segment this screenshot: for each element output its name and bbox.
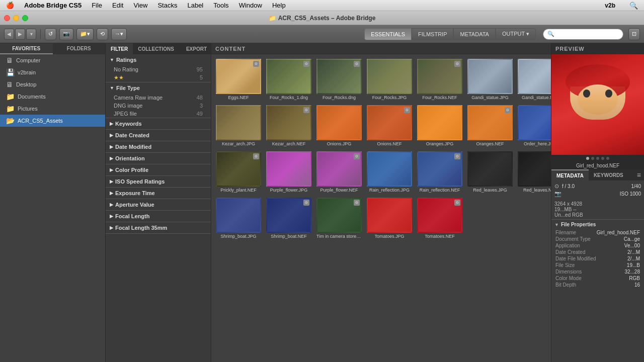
filter-dng[interactable]: DNG image 3: [106, 102, 211, 110]
thumbnail-item-14[interactable]: ⊙Oranges.NEF: [466, 104, 514, 148]
tab-favorites[interactable]: FAVORITES: [0, 43, 53, 54]
filter-datemodified-header[interactable]: ▶ Date Modified: [106, 141, 211, 152]
menu-window[interactable]: Window: [237, 2, 264, 9]
thumbnail-item-3[interactable]: Four_Rocks.JPG: [365, 57, 414, 102]
maximize-content-button[interactable]: ⊡: [628, 28, 640, 40]
tab-filter[interactable]: FILTER: [106, 43, 133, 54]
forward-button[interactable]: ▶: [15, 29, 25, 40]
preview-dot-2[interactable]: [591, 157, 594, 160]
minimize-button[interactable]: [13, 15, 19, 21]
menu-tools[interactable]: Tools: [211, 2, 230, 9]
thumbnail-item-11[interactable]: Onions.JPG: [315, 104, 363, 148]
tab-output[interactable]: OUTPUT ▾: [496, 28, 536, 40]
up-button[interactable]: ▾: [26, 29, 36, 40]
preview-dot-5[interactable]: [606, 157, 609, 160]
menu-stacks[interactable]: Stacks: [155, 2, 179, 9]
filter-keywords-header[interactable]: ▶ Keywords: [106, 118, 211, 129]
tab-essentials[interactable]: ESSENTIALS: [364, 28, 412, 40]
tab-filmstrip[interactable]: FILMSTRIP: [412, 28, 453, 40]
thumbnail-item-23[interactable]: Red_leaves.JPG: [466, 150, 514, 194]
thumbnail-item-0[interactable]: ⊙Eggs.NEF: [214, 57, 263, 102]
tab-collections[interactable]: COLLECTIONS: [133, 43, 179, 54]
preview-dot-3[interactable]: [596, 157, 599, 160]
thumbnail-item-21[interactable]: Rain_reflection.JPG: [365, 150, 414, 194]
filter-focal35-header[interactable]: ▶ Focal Length 35mm: [106, 222, 211, 233]
menu-label[interactable]: Label: [185, 2, 205, 9]
nav-desktop[interactable]: 🖥 Desktop: [0, 78, 105, 90]
thumbnail-item-18[interactable]: ⊙Prickly_plant.NEF: [214, 150, 263, 194]
thumbnail-item-4[interactable]: ⊙Four_Rocks.NEF: [416, 57, 464, 102]
filter-camera-raw[interactable]: Camera Raw image 48: [106, 94, 211, 102]
back-button[interactable]: ◀: [4, 29, 14, 40]
tab-metadata[interactable]: METADATA: [453, 28, 495, 40]
search-icon[interactable]: 🔍: [627, 2, 640, 10]
close-button[interactable]: [4, 15, 10, 21]
thumbnail-item-1[interactable]: ⊙Four_Rocks_1.dng: [265, 57, 313, 102]
filter-filetype-header[interactable]: ▼ File Type: [106, 82, 211, 94]
filter-jpeg[interactable]: JPEG file 49: [106, 110, 211, 118]
camera-button[interactable]: 📷: [59, 28, 73, 40]
nav-computer[interactable]: 🖥 Computer: [0, 54, 105, 66]
filter-aperture-header[interactable]: ▶ Aperture Value: [106, 199, 211, 210]
thumbnail-item-31[interactable]: ⊙Tomatoes.NEF: [416, 196, 464, 240]
filter-colorprofile-header[interactable]: ▶ Color Profile: [106, 164, 211, 175]
chevron-right-icon: ▶: [110, 133, 113, 138]
filter-ratings-header[interactable]: ▼ Ratings: [106, 54, 211, 65]
tab-folders[interactable]: FOLDERS: [53, 43, 106, 54]
menu-view[interactable]: View: [131, 2, 149, 9]
filter-two-star[interactable]: ★★ 5: [106, 73, 211, 82]
filter-no-rating[interactable]: No Rating 95: [106, 65, 211, 73]
thumbnail-item-28[interactable]: ⊙Shrimp_boat.NEF: [265, 196, 313, 240]
thumbnail-item-20[interactable]: ⊙Purple_flower.NEF: [315, 150, 363, 194]
filter-exposure-header[interactable]: ▶ Exposure Time: [106, 188, 211, 199]
nav-documents[interactable]: 📁 Documents: [0, 90, 105, 103]
thumbnail-item-13[interactable]: Oranges.JPG: [416, 104, 464, 148]
filter-focal-header[interactable]: ▶ Focal Length: [106, 211, 211, 222]
thumbnail-item-10[interactable]: ⊙Kezar_arch.NEF: [265, 104, 313, 148]
filter-orientation-header[interactable]: ▶ Orientation: [106, 153, 211, 164]
rotate-button[interactable]: ⟲: [97, 28, 108, 40]
thumbnail-item-2[interactable]: ⊙Four_Rocks.dng: [315, 57, 363, 102]
tab-keywords-panel[interactable]: KEYWORDS: [589, 169, 628, 180]
preview-dot-4[interactable]: [601, 157, 604, 160]
thumbnail-item-5[interactable]: Gandi_statue.JPG: [466, 57, 514, 102]
favorites-list: 🖥 Computer 💾 v2brain 🖥 Desktop 📁 Documen…: [0, 54, 105, 362]
thumbnail-item-12[interactable]: ⊙Onions.NEF: [365, 104, 414, 148]
thumbnail-label-14: Oranges.NEF: [476, 141, 504, 146]
nav-pictures[interactable]: 📁 Pictures: [0, 103, 105, 115]
move-button[interactable]: →▾: [111, 28, 127, 40]
search-input[interactable]: 🔍: [543, 29, 623, 40]
menu-edit[interactable]: Edit: [110, 2, 125, 9]
apple-menu[interactable]: 🍎: [4, 2, 16, 9]
thumbnail-item-29[interactable]: ⊙Tim in camera store.dng: [315, 196, 363, 240]
filter-iso-header[interactable]: ▶ ISO Speed Ratings: [106, 176, 211, 187]
window-title: 📁 ACR_CS5_Assets – Adobe Bridge: [269, 15, 376, 22]
thumbnail-item-27[interactable]: Shrimp_boat.JPG: [214, 196, 263, 240]
maximize-button[interactable]: [22, 15, 28, 21]
thumbnail-item-19[interactable]: Purple_flower.JPG: [265, 150, 313, 194]
menu-help[interactable]: Help: [270, 2, 288, 9]
thumbnail-item-22[interactable]: ⊙Rain_reflection.NEF: [416, 150, 464, 194]
refresh-button[interactable]: ↺: [45, 28, 56, 40]
nav-v2brain[interactable]: 💾 v2brain: [0, 66, 105, 78]
thumbnail-item-15[interactable]: Order_here.JPG: [516, 104, 551, 148]
tab-export[interactable]: EXPORT: [182, 43, 211, 54]
content-area: CONTENT ⊙Eggs.NEF⊙Four_Rocks_1.dng⊙Four_…: [211, 43, 551, 362]
file-properties-header[interactable]: ▼ File Properties: [551, 220, 644, 229]
file-prop-row-2: ApplicationVe...00: [551, 242, 644, 249]
thumbnail-item-9[interactable]: Kezar_arch.JPG: [214, 104, 263, 148]
meta-options-button[interactable]: ≡: [634, 169, 644, 180]
chevron-down-icon: ▼: [110, 57, 114, 62]
thumbnail-item-6[interactable]: ⊙Gandi_statue.NEF: [516, 57, 551, 102]
thumbnail-label-2: Four_Rocks.dng: [323, 95, 356, 100]
nav-acr-assets[interactable]: 📂 ACR_CS5_Assets: [0, 115, 105, 127]
filter-datecreated-header[interactable]: ▶ Date Created: [106, 130, 211, 141]
thumbnail-item-30[interactable]: Tomatoes.JPG: [365, 196, 414, 240]
tab-metadata-panel[interactable]: METADATA: [551, 169, 589, 180]
preview-dot-1[interactable]: [586, 157, 589, 160]
new-folder-button[interactable]: 📁▾: [76, 28, 94, 40]
thumbnail-item-24[interactable]: ⊙Red_leaves.NEF: [516, 150, 551, 194]
left-panel: FAVORITES FOLDERS 🖥 Computer 💾 v2brain 🖥…: [0, 43, 106, 362]
two-star-label: ★★: [114, 74, 124, 81]
menu-file[interactable]: File: [90, 2, 104, 9]
